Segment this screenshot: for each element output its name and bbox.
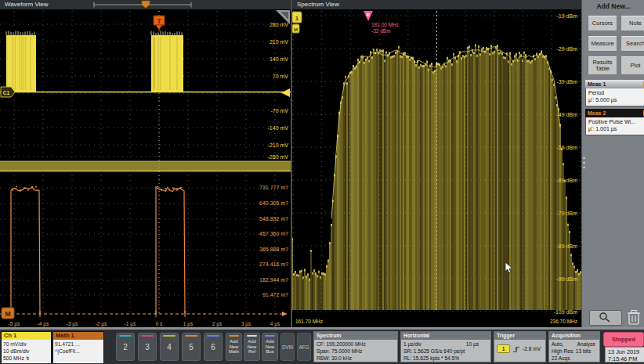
- meas2-value: µ': 1.001 µs: [588, 126, 643, 133]
- svg-text:3 µs: 3 µs: [241, 321, 251, 327]
- ch1-spectrum-scale: 10 dBm/div: [3, 348, 49, 355]
- svg-text:-3 µs: -3 µs: [67, 321, 78, 327]
- svg-text:457.360 m?: 457.360 m?: [259, 231, 288, 236]
- spectrum-rbw: RBW: 30.0 kHz: [317, 355, 395, 362]
- svg-text:-4 µs: -4 µs: [38, 321, 49, 327]
- svg-text:-140 mV: -140 mV: [268, 125, 289, 131]
- zoom-minimap[interactable]: [91, 0, 201, 9]
- math1-badge-header[interactable]: Math 1: [53, 332, 103, 340]
- math-handle-badge: M: [2, 308, 14, 319]
- rising-edge-icon: [512, 345, 520, 353]
- acquisition-analyze: Analyze: [577, 341, 597, 348]
- spectrum-badge-title: Spectrum: [314, 332, 397, 340]
- channel-6-button[interactable]: 6: [204, 333, 223, 361]
- svg-text:2 µs: 2 µs: [212, 321, 223, 327]
- add-new-math-button[interactable]: Add New Math: [226, 333, 242, 361]
- svg-text:-19 dBm: -19 dBm: [557, 13, 578, 19]
- meas2-name: Meas 2: [588, 110, 606, 116]
- horizontal-badge[interactable]: Horizontal 1 µs/div 10 µs SR: 1.5625 GS/…: [400, 331, 491, 362]
- spectrum-badge[interactable]: Spectrum CF: 199.200000 MHz Span: 75.000…: [313, 331, 398, 362]
- svg-text:-70 mV: -70 mV: [270, 108, 288, 114]
- trigger-badge[interactable]: Trigger 1 -2.8 mV: [494, 331, 546, 362]
- meas2-header[interactable]: Meas 2: [585, 109, 644, 117]
- waveform-plot[interactable]: TC1M280 mV210 mV140 mV70 mV-70 mV-140 mV…: [0, 9, 291, 329]
- horizontal-record-length: RL: 15.625 kpts * 54.5%: [403, 355, 488, 362]
- results-table-button[interactable]: Results Table: [588, 56, 617, 75]
- acquisition-badge[interactable]: Acquisition Auto, Analyze High Res: 13 b…: [548, 331, 600, 362]
- svg-text:-39 dBm: -39 dBm: [557, 79, 578, 85]
- channel-color-stripe: [163, 335, 175, 337]
- add-note-button[interactable]: Note: [620, 16, 644, 31]
- ch1-badge-header[interactable]: Ch 1: [2, 332, 51, 340]
- add-new-ref-button[interactable]: Add New Ref: [244, 333, 260, 361]
- panel-splitter-handle[interactable]: [582, 156, 586, 170]
- add-measure-button[interactable]: Measure: [588, 36, 617, 52]
- ch1-ground-marker-icon: [281, 88, 290, 97]
- spectrum-view-titlebar[interactable]: Spectrum View: [292, 0, 581, 9]
- freq-axis-labels: 161.70 MHz236.70 MHz: [295, 319, 577, 324]
- svg-text:M: M: [5, 310, 11, 318]
- waveform-view-titlebar[interactable]: Waveform View: [0, 0, 291, 9]
- svg-text:280 mV: 280 mV: [270, 22, 288, 27]
- horizontal-scale: 1 µs/div: [403, 341, 421, 348]
- math1-expression: ^|CoefFil...: [55, 348, 102, 355]
- run-stop-button[interactable]: Stopped: [603, 332, 644, 347]
- settings-bar: Ch 1 70 mV/div 10 dBm/div 500 MHz ↯ Math…: [0, 330, 644, 364]
- datetime-display: 13 Jun 2019 7:15:46 PM: [605, 347, 644, 362]
- date-text: 13 Jun 2019: [608, 348, 644, 355]
- add-cursors-button[interactable]: Cursors: [588, 16, 617, 31]
- trigger-flag-icon: T: [154, 16, 165, 30]
- ch1-bandwidth: 500 MHz ↯: [3, 355, 49, 362]
- results-bar: Add New... Cursors Note Measure Search R…: [581, 0, 644, 329]
- svg-text:365.888 m?: 365.888 m?: [259, 247, 288, 252]
- channel-color-stripe: [207, 335, 219, 337]
- math1-badge[interactable]: Math 1 91.4721 ... ^|CoefFil...: [52, 331, 104, 362]
- meas1-value: µ': 5.000 µs: [588, 97, 643, 104]
- meas1-badge[interactable]: Meas 1 Period µ': 5.000 µs: [585, 80, 644, 106]
- svg-text:181.00 MHz: 181.00 MHz: [371, 22, 399, 27]
- ch1-trace: [0, 31, 291, 92]
- svg-text:-5 µs: -5 µs: [9, 321, 20, 327]
- svg-text:-210 mV: -210 mV: [268, 142, 289, 148]
- trigger-level: -2.8 mV: [523, 345, 541, 352]
- dvm-button[interactable]: DVM: [280, 333, 295, 361]
- svg-text:-49 dBm: -49 dBm: [557, 112, 578, 117]
- meas2-badge[interactable]: Meas 2 Positive Pulse Wi... µ': 1.001 µs: [585, 109, 644, 135]
- ch1-badge[interactable]: Ch 1 70 mV/div 10 dBm/div 500 MHz ↯: [1, 331, 52, 362]
- meas1-header[interactable]: Meas 1: [585, 80, 644, 88]
- results-zoom-button[interactable]: [589, 310, 622, 326]
- svg-text:-32 dBm: -32 dBm: [371, 28, 391, 34]
- svg-text:-109 dBm: -109 dBm: [554, 309, 578, 315]
- channel-3-button[interactable]: 3: [138, 333, 157, 361]
- trigger-source-badge: 1: [497, 344, 510, 353]
- svg-text:161.70 MHz: 161.70 MHz: [295, 319, 323, 324]
- math-axis-labels: 731.777 m?640.305 m?548.832 m?457.360 m?…: [259, 185, 288, 297]
- waveform-view-panel: Waveform View TC1M280 mV210 mV140 mV70 m…: [0, 0, 291, 329]
- channel-4-button[interactable]: 4: [160, 333, 179, 361]
- add-search-button[interactable]: Search: [620, 36, 644, 52]
- channel-5-button[interactable]: 5: [182, 333, 201, 361]
- mouse-cursor: [505, 261, 516, 275]
- reference-marker: R181.00 MHz-32 dBm: [364, 11, 399, 34]
- trigger-badge-title: Trigger: [494, 332, 545, 340]
- svg-text:274.416 m?: 274.416 m?: [259, 261, 288, 267]
- svg-text:731.777 m?: 731.777 m?: [259, 185, 288, 190]
- channel-color-stripe: [185, 335, 197, 337]
- spectrum-trace-handle-badge: 1M: [292, 12, 302, 33]
- add-new-title: Add New...: [582, 2, 644, 10]
- spectrum-plot[interactable]: -49 dBm-59 dBm-69 dBm-79 dBm-89 dBm-19 d…: [292, 9, 581, 329]
- minimap-trigger-marker-icon[interactable]: [142, 1, 150, 9]
- svg-text:236.70 MHz: 236.70 MHz: [550, 319, 577, 324]
- acquisition-badge-title: Acquisition: [549, 332, 599, 340]
- svg-text:-29 dBm: -29 dBm: [557, 46, 578, 52]
- add-new-bus-button[interactable]: Add New Bus: [262, 333, 278, 361]
- time-text: 7:15:46 PM: [608, 355, 644, 362]
- magnifier-icon: [590, 311, 620, 323]
- trash-icon[interactable]: [626, 308, 642, 326]
- afg-button[interactable]: AFG: [297, 333, 311, 361]
- add-plot-button[interactable]: Plot: [620, 56, 644, 75]
- svg-text:R: R: [367, 13, 371, 17]
- channel-2-button[interactable]: 2: [116, 333, 135, 361]
- spectrum-view-panel: Spectrum View -49 dBm-59 dBm-69 dBm-79 d…: [292, 0, 581, 329]
- ch1-scale: 70 mV/div: [3, 341, 49, 348]
